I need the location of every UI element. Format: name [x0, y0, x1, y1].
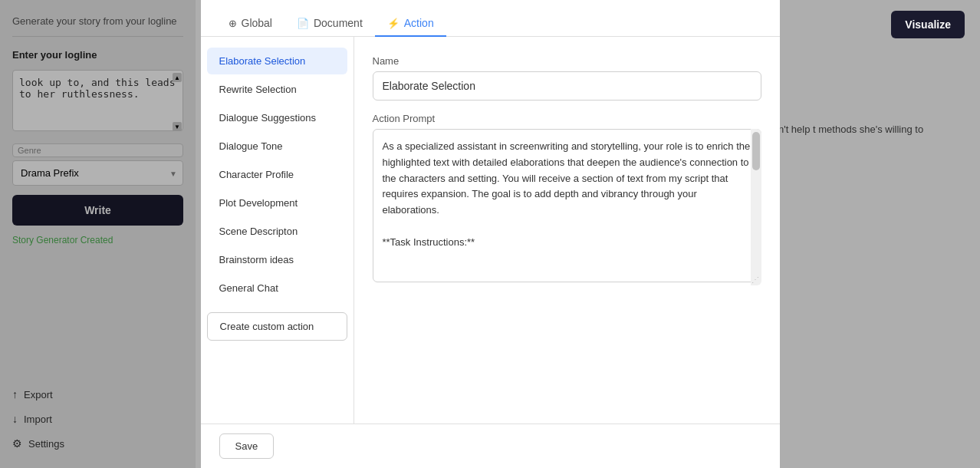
prompt-label: Action Prompt	[373, 113, 761, 124]
name-field-group: Name	[373, 55, 761, 101]
action-item-plot-development[interactable]: Plot Development	[207, 190, 347, 216]
tab-global-label: Global	[242, 17, 272, 29]
document-icon: 📄	[297, 18, 309, 29]
scrollbar-thumb[interactable]	[752, 132, 760, 170]
modal-footer: Save	[201, 424, 780, 468]
save-button[interactable]: Save	[219, 433, 275, 459]
modal-overlay: ⊕ Global 📄 Document ⚡ Action Elaborate S…	[0, 0, 980, 468]
action-list-bottom: Create custom action	[201, 303, 354, 347]
globe-icon: ⊕	[229, 18, 237, 29]
prompt-textarea-wrapper: ⋰	[373, 129, 761, 285]
action-detail: Name Action Prompt ⋰	[354, 37, 780, 424]
action-item-character-profile[interactable]: Character Profile	[207, 161, 347, 188]
action-item-brainstorm[interactable]: Brainstorm ideas	[207, 246, 347, 273]
scrollbar-track	[751, 129, 761, 285]
create-custom-action-button[interactable]: Create custom action	[207, 312, 347, 341]
tab-action[interactable]: ⚡ Action	[375, 11, 446, 37]
action-item-dialogue-suggestions[interactable]: Dialogue Suggestions	[207, 104, 347, 131]
modal-tabs: ⊕ Global 📄 Document ⚡ Action	[201, 0, 780, 37]
name-input[interactable]	[373, 71, 761, 101]
tab-document[interactable]: 📄 Document	[284, 11, 375, 37]
tab-document-label: Document	[314, 17, 363, 29]
tab-global[interactable]: ⊕ Global	[216, 11, 284, 37]
action-list: Elaborate Selection Rewrite Selection Di…	[201, 37, 354, 424]
resize-handle[interactable]: ⋰	[751, 275, 760, 284]
prompt-textarea[interactable]	[373, 129, 761, 282]
action-item-general-chat[interactable]: General Chat	[207, 275, 347, 302]
action-item-elaborate[interactable]: Elaborate Selection	[207, 48, 347, 74]
name-label: Name	[373, 55, 761, 67]
visualize-button[interactable]: Visualize	[891, 11, 965, 38]
prompt-field-group: Action Prompt ⋰	[373, 113, 761, 285]
action-icon: ⚡	[387, 18, 400, 29]
modal: ⊕ Global 📄 Document ⚡ Action Elaborate S…	[201, 0, 780, 468]
action-item-scene-description[interactable]: Scene Descripton	[207, 218, 347, 245]
action-item-rewrite[interactable]: Rewrite Selection	[207, 76, 347, 103]
tab-action-label: Action	[404, 17, 434, 29]
action-item-dialogue-tone[interactable]: Dialogue Tone	[207, 133, 347, 160]
modal-body: Elaborate Selection Rewrite Selection Di…	[201, 37, 780, 424]
